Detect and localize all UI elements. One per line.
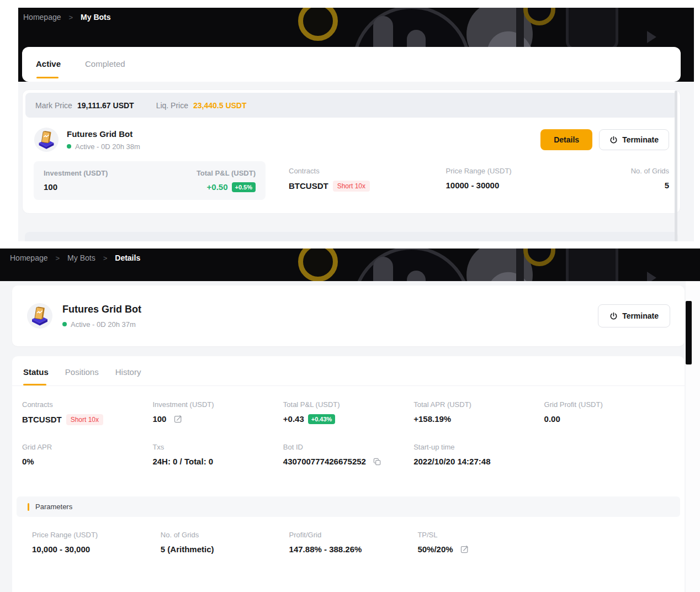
decor-bar [516,8,524,53]
tpsl-value: 50%/20% [417,545,453,554]
active-tab-indicator [36,77,59,78]
copy-bot-id-button[interactable] [373,457,381,468]
arrow-icon [647,31,656,43]
breadcrumb-homepage[interactable]: Homepage [10,253,48,262]
price-range-value: 10,000 - 30,000 [32,545,161,554]
profit-grid-value: 147.88% - 388.26% [289,545,418,554]
stat-grids: No. of Grids 5 [603,167,669,192]
param-profit-grid: Profit/Grid 147.88% - 388.26% [289,531,418,556]
contracts-label: Contracts [289,167,446,175]
power-icon [609,136,618,144]
stat-investment: Investment (USDT) 100 [152,400,283,425]
terminate-label: Terminate [622,135,659,144]
detail-tabs: Status Positions History [12,356,685,386]
total-apr-value: +158.19% [413,414,544,424]
grid-bot-avatar [34,127,59,152]
next-bot-card-edge [25,232,678,241]
tab-completed[interactable]: Completed [85,59,125,78]
status-dot-icon [67,144,71,149]
stat-contracts: Contracts BTCUSDTShort 10x [289,167,446,192]
tab-history[interactable]: History [115,367,141,385]
total-pnl-label: Total P&L (USDT) [197,169,256,177]
stat-price-range: Price Range (USDT) 10000 - 30000 [446,167,603,192]
bot-stats-row: Investment (USDT) 100 Total P&L (USDT) +… [23,159,680,213]
investment-value: 100 [152,414,166,424]
bots-tabs-card: Active Completed [22,47,681,82]
breadcrumb: Homepage > My Bots [23,13,111,22]
mark-price-label: Mark Price [35,101,72,110]
param-empty [546,531,675,556]
bot-detail-main-card: Status Positions History Contracts BTCUS… [12,356,685,592]
decor-bar [516,249,524,281]
param-label: TP/SL [417,531,546,539]
investment-value: 100 [44,182,108,192]
status-stats-grid: Contracts BTCUSDTShort 10x Investment (U… [12,386,685,468]
pnl-percent-badge: +0.43% [308,414,336,424]
bot-name: Futures Grid Bot [62,304,141,315]
chevron-right-icon: > [103,254,108,262]
bot-detail-header-card: Futures Grid Bot Active - 0D 20h 37m Ter… [12,286,685,346]
arrow-icon [647,272,656,281]
power-icon [609,312,618,320]
bot-name: Futures Grid Bot [67,129,140,139]
coin-illustration [298,249,338,281]
stat-label: Total P&L (USDT) [283,400,413,409]
stat-contracts: Contracts BTCUSDTShort 10x [22,400,152,425]
parameters-section-header: Parameters [17,496,680,517]
liq-price-label: Liq. Price [156,101,188,110]
status-dot-icon [62,322,67,326]
txs-value: 24H: 0 / Total: 0 [152,457,283,466]
short-leverage-badge: Short 10x [66,414,103,425]
my-bots-screen: Homepage > My Bots Active Completed Mark… [18,8,694,241]
breadcrumb-homepage[interactable]: Homepage [23,13,61,22]
bot-id-value: 430700777426675252 [283,457,366,466]
tab-status-label: Status [23,367,49,377]
section-accent-bar [28,503,29,511]
grids-value: 5 [603,181,669,190]
grids-label: No. of Grids [603,167,669,175]
param-label: No. of Grids [161,531,289,539]
edit-tpsl-button[interactable] [460,545,469,556]
stat-empty [544,443,675,468]
param-grids: No. of Grids 5 (Arithmetic) [161,531,289,556]
contracts-value: BTCUSDT [22,415,62,424]
edit-icon [173,414,183,424]
parameters-grid: Price Range (USDT) 10,000 - 30,000 No. o… [12,517,685,556]
tab-status[interactable]: Status [23,367,49,385]
stat-txs: Txs 24H: 0 / Total: 0 [152,443,283,468]
grid-profit-value: 0.00 [544,414,675,424]
tab-positions[interactable]: Positions [65,367,99,385]
terminate-button[interactable]: Terminate [599,129,669,150]
stat-grid-apr: Grid APR 0% [22,443,152,468]
investment-pnl-box: Investment (USDT) 100 Total P&L (USDT) +… [34,161,266,200]
page-scrollbar-thumb[interactable] [686,301,692,364]
hero-banner: Homepage > My Bots > Details [0,249,700,281]
stat-total-pnl: Total P&L (USDT) +0.43+0.43% [283,400,413,425]
tab-active[interactable]: Active [36,59,61,78]
bot-card: Mark Price 19,111.67 USDT Liq. Price 23,… [22,89,681,214]
contracts-value: BTCUSDT [289,181,328,191]
stat-label: Grid APR [22,443,152,451]
stat-startup-time: Start-up time 2022/10/20 14:27:48 [413,443,544,468]
stat-label: Contracts [22,400,152,409]
stat-grid-profit: Grid Profit (USDT) 0.00 [544,400,675,425]
startup-time-value: 2022/10/20 14:27:48 [413,457,544,466]
robot-eye-icon [373,257,393,281]
edit-investment-button[interactable] [173,414,183,425]
chevron-right-icon: > [56,254,60,262]
details-button[interactable]: Details [540,129,592,150]
page-scrollbar-thumb[interactable] [675,91,677,241]
param-label: Price Range (USDT) [32,531,161,539]
terminate-label: Terminate [622,311,659,320]
bot-status-text: Active - 0D 20h 38m [75,142,140,151]
breadcrumb-my-bots[interactable]: My Bots [67,253,96,262]
edit-icon [460,545,469,554]
price-range-label: Price Range (USDT) [446,167,603,175]
price-range-value: 10000 - 30000 [446,181,603,190]
stat-label: Txs [152,443,283,451]
param-tpsl: TP/SL 50%/20% [417,531,546,556]
terminate-button[interactable]: Terminate [598,304,670,327]
stat-label: Bot ID [283,443,413,451]
stat-total-apr: Total APR (USDT) +158.19% [413,400,544,425]
grids-value: 5 (Arithmetic) [161,545,289,554]
